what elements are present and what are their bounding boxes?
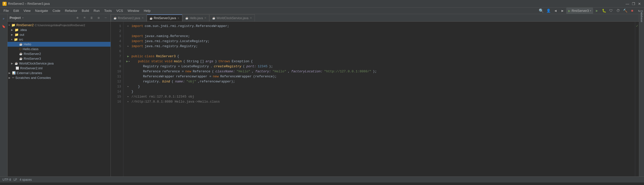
window-controls: — ❐ ✕ <box>625 2 641 6</box>
coverage-button[interactable]: 🛡 <box>608 8 614 14</box>
project-close-button[interactable]: — <box>103 15 109 21</box>
code-line-3: import javax.naming.Reference; <box>126 34 635 39</box>
tab-rmiserver2-java[interactable]: ☕ RmiServer2.java ✕ <box>111 14 147 21</box>
run-icon[interactable]: ▶ <box>127 54 129 59</box>
project-title-dropdown-icon[interactable]: ▾ <box>22 16 24 19</box>
profile-button[interactable]: ⏱ <box>615 8 621 14</box>
java-class-icon: ☕ <box>19 43 23 46</box>
run-icon[interactable]: ▶ <box>126 59 128 64</box>
iml-icon: ⬜ <box>16 67 19 70</box>
tab-close-button[interactable]: ✕ <box>177 17 180 20</box>
run-config-selector[interactable]: ▶ RmiServer3 ▾ <box>566 8 593 14</box>
tree-item-scratches[interactable]: ▶ ✏ Scratches and Consoles <box>8 75 111 80</box>
tab-hello-java[interactable]: ☕ Hello.java ✕ <box>183 14 209 21</box>
tree-item-rmiserver3[interactable]: ☕ RmiServer3 <box>8 56 111 61</box>
project-panel-toggle[interactable]: P <box>1 16 7 22</box>
menu-help[interactable]: Help <box>142 8 153 13</box>
tree-item-iml[interactable]: ⬜ RmiServer2.iml <box>8 66 111 71</box>
tree-item-worldclock[interactable]: ▶ ☕ WorldClockService.java <box>8 61 111 66</box>
left-icons-strip: P 🔖 <box>0 14 8 176</box>
code-line-7: ▶ public class RmiServer3 { <box>126 54 635 59</box>
tree-label: RmiServer2 <box>24 52 41 56</box>
class-file-icon: ⬡ <box>19 47 22 51</box>
close-button[interactable]: ✕ <box>637 2 641 6</box>
menu-refactor[interactable]: Refactor <box>63 8 79 13</box>
java-tab-icon: ☕ <box>150 17 153 20</box>
menu-window[interactable]: Window <box>126 8 141 13</box>
project-options-button[interactable]: ≣ <box>89 15 94 21</box>
search-everywhere-icon[interactable]: 🔍 <box>538 8 545 14</box>
project-root-icon: 📁 <box>11 23 15 27</box>
minimize-button[interactable]: — <box>625 2 629 6</box>
tree-label: .idea <box>20 28 27 32</box>
java-tab-icon: ☕ <box>185 17 188 19</box>
tree-item-rmiserver2[interactable]: ☕ RmiServer2 <box>8 51 111 56</box>
code-line-4: import java.rmi.registry.LocateRegistry; <box>126 39 635 44</box>
menu-tools[interactable]: Tools <box>102 8 114 13</box>
debug-button[interactable]: 🐛 <box>601 8 607 14</box>
java-class-icon: ☕ <box>19 57 23 60</box>
project-panel: Project ▾ ⊕ ≡ ≣ ⚙ — ▾ 📁 RmiServer2 C:\Us… <box>8 14 111 176</box>
code-line-6 <box>126 49 635 54</box>
maximize-button[interactable]: ❐ <box>631 2 635 6</box>
tree-item-hello-class[interactable]: ⬡ Hello.class <box>8 47 111 51</box>
tab-close-button[interactable]: ✕ <box>141 16 144 20</box>
tree-label: RmiServer2.iml <box>20 66 43 70</box>
tab-label: RmiServer2.java <box>118 16 140 20</box>
build-button[interactable]: 🔨 <box>622 8 628 14</box>
tree-label: src <box>19 38 23 41</box>
tree-item-idea[interactable]: ▶ 📁 .idea <box>8 27 111 32</box>
tree-arrow: ▶ <box>11 28 13 31</box>
menu-run[interactable]: Run <box>92 8 102 13</box>
project-settings-button[interactable]: ⚙ <box>96 15 101 21</box>
tree-item-src[interactable]: ▾ 📁 src <box>8 37 111 42</box>
tree-item-out[interactable]: ▶ 📁 out <box>8 32 111 37</box>
code-line-16: ▸ //http:127.0.0.1:8080 Hello.java->Hell… <box>126 99 635 104</box>
stop-button[interactable]: ■ <box>629 8 635 14</box>
tree-arrow: ▶ <box>9 72 11 74</box>
run-button[interactable]: ▶ <box>594 8 600 14</box>
tree-label: Scratches and Consoles <box>15 76 51 80</box>
account-icon[interactable]: 👤 <box>545 8 552 14</box>
menu-build[interactable]: Build <box>80 8 91 13</box>
menu-edit[interactable]: Edit <box>11 8 21 13</box>
run-config-label: RmiServer3 <box>571 9 589 13</box>
tree-arrow: ▾ <box>11 38 12 41</box>
code-content[interactable]: ▸ import com.sun.jndi.rmi.registry.Refer… <box>123 22 635 176</box>
tree-item-external-libraries[interactable]: ▶ 📊 External Libraries <box>8 71 111 75</box>
code-line-10: Reference reference = new Reference ( cl… <box>126 69 635 74</box>
java-tab-icon: ☕ <box>212 17 215 19</box>
tab-label: WorldClockService.java <box>217 16 248 20</box>
title-text: RmiServer2 – RmiServer3.java <box>8 2 50 6</box>
code-line-5: ▸ import java.rmi.registry.Registry; <box>126 44 635 49</box>
folder-icon: 📁 <box>15 28 19 32</box>
back-icon[interactable]: ◀ <box>552 8 559 14</box>
menu-vcs[interactable]: VCS <box>114 8 125 13</box>
project-locate-button[interactable]: ⊕ <box>75 15 80 21</box>
menu-file[interactable]: File <box>2 8 11 13</box>
forward-icon[interactable]: ▶ <box>559 8 566 14</box>
bookmarks-icon[interactable]: 🔖 <box>1 23 7 30</box>
editor-area: ☕ RmiServer2.java ✕ ☕ RmiServer3.java ✕ … <box>111 14 639 176</box>
tab-close-button[interactable]: ✕ <box>250 16 252 20</box>
tab-close-button[interactable]: ✕ <box>204 16 206 20</box>
code-line-8: ▶ ▸ public static void main ( String [] … <box>126 59 635 64</box>
project-collapse-button[interactable]: ≡ <box>82 15 87 21</box>
menu-code[interactable]: Code <box>51 8 62 13</box>
tree-item-rmiserver2-root[interactable]: ▾ 📁 RmiServer2 C:\Users\micgo\IdeaProjec… <box>8 23 111 27</box>
project-title: Project <box>10 16 21 20</box>
editor-tabs: ☕ RmiServer2.java ✕ ☕ RmiServer3.java ✕ … <box>111 14 639 22</box>
menu-navigate[interactable]: Navigate <box>33 8 50 13</box>
tab-rmiserver3-java[interactable]: ☕ RmiServer3.java ✕ <box>147 14 183 21</box>
java-class-icon: ☕ <box>19 52 23 55</box>
tree-label: External Libraries <box>17 71 42 75</box>
fold-icon: ▸ <box>127 94 129 99</box>
status-bar: UTF-8 LF 4 spaces <box>0 176 644 182</box>
tab-label: RmiServer3.java <box>154 16 176 20</box>
tree-label: Hello <box>24 42 31 46</box>
tab-worldclockservice-java[interactable]: ☕ WorldClockService.java ✕ <box>209 14 255 21</box>
tree-item-hello[interactable]: ☕ Hello <box>8 42 111 47</box>
fold-icon: ▸ <box>127 44 129 49</box>
database-panel-toggle[interactable]: Database <box>639 14 644 19</box>
menu-view[interactable]: View <box>21 8 32 13</box>
